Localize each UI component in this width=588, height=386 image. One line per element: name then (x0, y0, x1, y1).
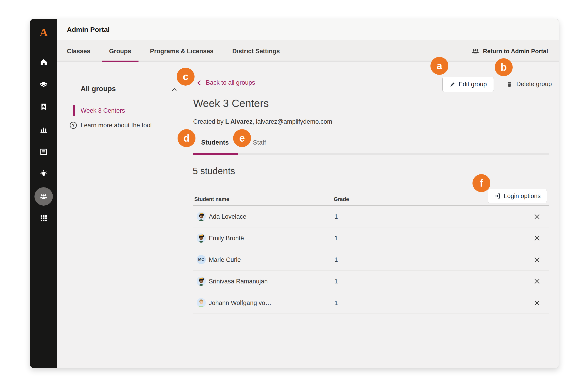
table-row: Johann Wolfgang vo… 1 (193, 292, 549, 314)
table-row: Emily Brontë 1 (193, 227, 549, 249)
back-link-label: Back to all groups (206, 79, 255, 86)
student-name: Marie Curie (209, 256, 241, 263)
avatar (197, 212, 206, 221)
trash-icon (506, 81, 513, 88)
avatar (197, 276, 206, 286)
groups-icon[interactable] (39, 192, 48, 201)
return-to-admin-portal-link[interactable]: Return to Admin Portal (471, 40, 548, 62)
created-name: L Alvarez (225, 118, 253, 125)
learn-more-label: Learn more about the tool (81, 122, 152, 129)
amplify-logo: A (30, 26, 57, 39)
page-title: Admin Portal (67, 26, 110, 34)
annotation-badge-e: e (233, 129, 251, 147)
student-name: Srinivasa Ramanujan (209, 278, 268, 285)
curriculum-icon[interactable] (39, 80, 48, 89)
tab-students[interactable]: Students (201, 139, 229, 146)
selected-group-indicator (73, 105, 75, 116)
home-icon[interactable] (39, 57, 48, 66)
remove-student-icon[interactable] (534, 213, 540, 220)
student-grade: 1 (335, 299, 338, 307)
delete-group-button[interactable]: Delete group (506, 77, 552, 92)
student-grade: 1 (335, 235, 338, 242)
login-options-button[interactable]: Login options (488, 189, 547, 203)
tab-staff[interactable]: Staff (253, 139, 266, 146)
svg-text:?: ? (72, 123, 75, 128)
avatar (197, 298, 206, 307)
tab-programs-licenses[interactable]: Programs & Licenses (150, 40, 213, 62)
student-count: 5 students (193, 166, 235, 176)
main-content: All groups Week 3 Centers ? Learn more a… (57, 62, 559, 368)
remove-student-icon[interactable] (534, 278, 540, 285)
screenshot-stage: A (0, 0, 588, 386)
login-options-label: Login options (504, 193, 541, 200)
assignments-icon[interactable] (39, 147, 48, 156)
window-header: Admin Portal (57, 19, 559, 40)
login-icon (494, 193, 501, 199)
student-grade: 1 (335, 256, 338, 263)
edit-group-label: Edit group (459, 81, 487, 88)
table-row: Ada Lovelace 1 (193, 206, 549, 227)
group-created-by: Created by L Alvarez, lalvarez@amplifyde… (193, 118, 332, 125)
student-name: Ada Lovelace (209, 213, 247, 220)
avatar-initials: MC (197, 255, 206, 264)
remove-student-icon[interactable] (534, 235, 540, 241)
collapse-chevron-icon[interactable] (171, 86, 178, 93)
annotation-badge-b: b (495, 58, 513, 76)
top-tabbar: Classes Groups Programs & Licenses Distr… (57, 40, 559, 62)
tab-district-settings[interactable]: District Settings (232, 40, 280, 62)
annotation-badge-f: f (472, 174, 490, 192)
question-icon: ? (69, 121, 77, 129)
created-prefix: Created by (193, 118, 225, 125)
column-header-grade: Grade (334, 196, 349, 202)
top-tabs: Classes Groups Programs & Licenses Distr… (67, 40, 280, 62)
student-name: Emily Brontë (209, 235, 244, 242)
group-title: Week 3 Centers (193, 97, 269, 110)
student-grade: 1 (335, 278, 338, 285)
annotation-badge-c: c (177, 68, 194, 86)
table-row: MC Marie Curie 1 (193, 249, 549, 270)
column-header-student-name: Student name (194, 196, 229, 202)
insights-icon[interactable] (39, 170, 48, 178)
detail-tab-active-underline (193, 153, 238, 155)
apps-grid-icon[interactable] (39, 214, 48, 223)
delete-group-label: Delete group (516, 80, 552, 88)
created-email: , lalvarez@amplifydemo.com (252, 118, 332, 125)
return-label: Return to Admin Portal (483, 48, 548, 55)
annotation-badge-a: a (430, 57, 448, 75)
student-name: Johann Wolfgang vo… (209, 299, 272, 307)
edit-group-button[interactable]: Edit group (442, 77, 494, 92)
all-groups-heading: All groups (81, 85, 116, 93)
remove-student-icon[interactable] (534, 257, 540, 263)
table-row: Srinivasa Ramanujan 1 (193, 270, 549, 292)
avatar (197, 233, 206, 243)
tab-classes[interactable]: Classes (67, 40, 90, 62)
app-sidebar: A (30, 19, 57, 368)
bookmark-star-icon[interactable] (39, 103, 48, 111)
learn-more-link[interactable]: ? Learn more about the tool (69, 121, 152, 129)
students-table: Ada Lovelace 1 (193, 206, 549, 314)
remove-student-icon[interactable] (534, 300, 540, 306)
back-to-all-groups-link[interactable]: Back to all groups (197, 79, 255, 86)
annotation-badge-d: d (178, 129, 195, 147)
admin-portal-window: A (30, 19, 559, 368)
back-chevron-icon (197, 80, 202, 86)
reports-icon[interactable] (39, 125, 48, 134)
student-grade: 1 (335, 213, 338, 220)
pencil-icon (449, 81, 456, 88)
detail-tab-track (193, 153, 549, 155)
people-icon (471, 47, 480, 55)
sidebar-item-week3-centers[interactable]: Week 3 Centers (81, 107, 125, 114)
tab-groups[interactable]: Groups (109, 40, 131, 62)
